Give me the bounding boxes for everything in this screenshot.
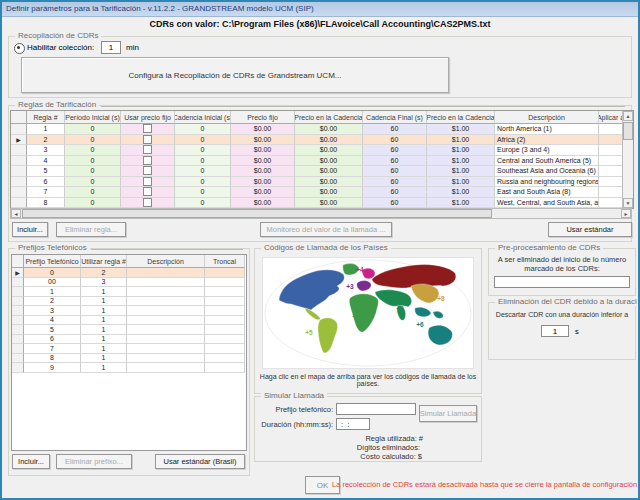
table-cell[interactable]: 60: [363, 124, 427, 135]
table-cell[interactable]: [599, 187, 623, 198]
table-cell[interactable]: 0: [65, 187, 121, 198]
column-header[interactable]: Descripción: [495, 111, 599, 124]
table-cell[interactable]: $1.00: [427, 177, 495, 188]
table-row[interactable]: 11: [12, 287, 246, 297]
table-cell[interactable]: 0: [65, 198, 121, 209]
table-row[interactable]: 003: [12, 278, 246, 288]
table-row[interactable]: ▶02: [12, 268, 246, 278]
table-cell[interactable]: 0: [175, 145, 231, 156]
table-cell[interactable]: [205, 306, 245, 316]
table-cell[interactable]: 1: [27, 124, 65, 135]
table-cell[interactable]: [205, 354, 245, 364]
table-cell[interactable]: $0.00: [295, 166, 363, 177]
table-cell[interactable]: Europe (3 and 4): [495, 145, 599, 156]
include-prefix-button[interactable]: Incluir...: [12, 454, 50, 469]
table-cell[interactable]: 1: [81, 344, 127, 354]
table-cell[interactable]: [205, 268, 245, 278]
use-standard-rules-button[interactable]: Usar estándar: [548, 222, 632, 237]
column-header[interactable]: Aplicar a: [599, 111, 623, 124]
column-header[interactable]: Período Inicial (s): [65, 111, 121, 124]
column-header[interactable]: Precio en la Cadencia: [295, 111, 363, 124]
table-cell[interactable]: 5: [24, 325, 81, 335]
table-cell[interactable]: [127, 268, 205, 278]
table-cell[interactable]: 0: [65, 135, 121, 146]
table-cell[interactable]: [127, 335, 205, 345]
table-cell[interactable]: 1: [81, 354, 127, 364]
table-cell[interactable]: Russia and neighbouring regions: [495, 177, 599, 188]
table-cell[interactable]: [205, 325, 245, 335]
table-cell[interactable]: [121, 177, 175, 188]
table-cell[interactable]: 5: [27, 166, 65, 177]
table-cell[interactable]: 0: [65, 177, 121, 188]
configure-cdr-collection-button[interactable]: Configura la Recopilación de CDRs de Gra…: [21, 57, 449, 93]
world-map-svg[interactable]: +1+2+3+4+5+6+7+8+9: [263, 258, 473, 368]
table-row[interactable]: 800$0.00$0.0060$1.00West, Central, and S…: [11, 198, 633, 209]
row-selector[interactable]: [12, 278, 24, 288]
table-cell[interactable]: [205, 363, 245, 373]
table-cell[interactable]: [127, 287, 205, 297]
column-header[interactable]: Regla #: [27, 111, 65, 124]
table-cell[interactable]: 0: [175, 166, 231, 177]
table-cell[interactable]: [599, 198, 623, 209]
table-cell[interactable]: [205, 297, 245, 307]
table-cell[interactable]: Southeast Asia and Oceania (6): [495, 166, 599, 177]
table-cell[interactable]: [121, 145, 175, 156]
table-cell[interactable]: 0: [175, 124, 231, 135]
table-cell[interactable]: 1: [24, 287, 81, 297]
delete-prefix-button[interactable]: Eliminar prefixo...: [56, 454, 132, 469]
table-cell[interactable]: $0.00: [295, 187, 363, 198]
table-cell[interactable]: $1.00: [427, 187, 495, 198]
table-cell[interactable]: $0.00: [295, 198, 363, 209]
table-cell[interactable]: [599, 135, 623, 146]
table-cell[interactable]: 1: [81, 316, 127, 326]
fixed-price-checkbox[interactable]: [143, 166, 152, 175]
row-selector[interactable]: [12, 306, 24, 316]
column-header[interactable]: Precio en la Cadencia: [427, 111, 495, 124]
fixed-price-checkbox[interactable]: [143, 156, 152, 165]
table-cell[interactable]: 0: [175, 187, 231, 198]
title-bar[interactable]: Definir parámetros para la Tarificación …: [2, 2, 638, 17]
table-cell[interactable]: $0.00: [231, 135, 295, 146]
table-cell[interactable]: 00: [24, 278, 81, 288]
table-cell[interactable]: $1.00: [427, 156, 495, 167]
table-cell[interactable]: 3: [24, 306, 81, 316]
table-cell[interactable]: 0: [175, 177, 231, 188]
table-cell[interactable]: 4: [27, 156, 65, 167]
table-cell[interactable]: [121, 156, 175, 167]
world-map[interactable]: +1+2+3+4+5+6+7+8+9: [262, 257, 474, 369]
tariff-rules-vscrollbar[interactable]: ▲ ▼: [622, 111, 633, 208]
table-cell[interactable]: 7: [24, 344, 81, 354]
table-cell[interactable]: [205, 278, 245, 288]
table-cell[interactable]: [599, 124, 623, 135]
sim-prefix-input[interactable]: [336, 403, 416, 415]
table-cell[interactable]: 3: [81, 278, 127, 288]
table-cell[interactable]: [127, 363, 205, 373]
hscroll-thumb[interactable]: [22, 209, 492, 218]
table-cell[interactable]: [127, 325, 205, 335]
column-header[interactable]: Descripción: [127, 255, 205, 268]
table-cell[interactable]: [599, 156, 623, 167]
table-row[interactable]: 61: [12, 335, 246, 345]
table-cell[interactable]: West, Central, and South Asia, ar: [495, 198, 599, 209]
scroll-up-icon[interactable]: ▲: [623, 111, 633, 121]
table-cell[interactable]: 60: [363, 135, 427, 146]
row-selector[interactable]: [11, 198, 27, 209]
min-duration-input[interactable]: [541, 325, 569, 337]
table-cell[interactable]: [205, 316, 245, 326]
table-cell[interactable]: 0: [65, 124, 121, 135]
table-cell[interactable]: [205, 344, 245, 354]
phone-prefixes-table[interactable]: Prefijo TelefónicoUtilizar regla #Descri…: [11, 254, 247, 451]
enable-collection-radio[interactable]: [14, 43, 25, 54]
table-cell[interactable]: 60: [363, 166, 427, 177]
row-selector[interactable]: ▶: [11, 135, 27, 146]
table-cell[interactable]: $0.00: [231, 166, 295, 177]
table-cell[interactable]: 8: [27, 198, 65, 209]
sim-duration-input[interactable]: [336, 418, 370, 430]
fixed-price-checkbox[interactable]: [143, 198, 152, 207]
table-cell[interactable]: East and South Asia (8): [495, 187, 599, 198]
row-selector[interactable]: [12, 363, 24, 373]
tariff-rules-table[interactable]: Regla #Período Inicial (s)Usar precio fi…: [10, 110, 634, 209]
row-selector[interactable]: [12, 344, 24, 354]
tariff-rules-hscrollbar[interactable]: ◄ ►: [10, 208, 632, 219]
table-cell[interactable]: North America (1): [495, 124, 599, 135]
